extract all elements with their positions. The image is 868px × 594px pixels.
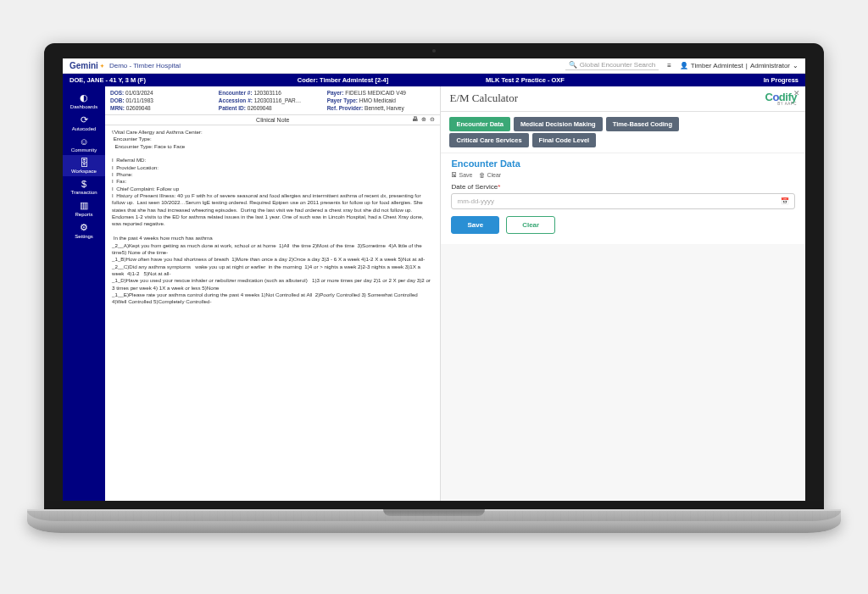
search-icon: 🔍 <box>569 61 577 69</box>
topbar: Gemini ✦ Demo - Timber Hospital 🔍 Global… <box>63 58 805 74</box>
logo: Gemini ✦ <box>70 61 104 70</box>
encounter-metadata: DOS: 01/03/2024Encounter #: 120303116Pay… <box>105 86 440 114</box>
meta-pair: DOS: 01/03/2024 <box>110 89 219 97</box>
coder-info: Coder: Timber Admintest [2-4] <box>252 76 434 84</box>
zoom-out-icon[interactable]: ⊖ <box>430 116 435 123</box>
tab-encounter-data[interactable]: Encounter Data <box>449 117 509 131</box>
logo-text: Gemini <box>70 61 98 70</box>
sidebar-item-reports[interactable]: ▥Reports <box>63 197 105 219</box>
date-of-service-input[interactable]: mm-dd-yyyy 📅 <box>451 193 795 209</box>
save-small-icon: 🖫 <box>451 172 457 178</box>
practice-info: MLK Test 2 Practice - OXF <box>434 76 616 84</box>
chevron-down-icon: ⌄ <box>793 62 798 69</box>
note-header: Clinical Note 🖶 ⊕ ⊖ <box>105 114 440 125</box>
tab-final-code[interactable]: Final Code Level <box>532 133 597 147</box>
meta-pair: MRN: 02609048 <box>110 104 219 112</box>
workspace-icon: 🗄 <box>63 158 105 168</box>
zoom-in-icon[interactable]: ⊕ <box>421 116 426 123</box>
calc-form: Encounter Data 🖫Save 🗑Clear Date of Serv… <box>441 153 805 244</box>
filter-icon[interactable]: ≡ <box>667 62 671 69</box>
user-name: Timber Admintest <box>691 62 743 69</box>
sidebar-item-transaction[interactable]: $Transaction <box>63 176 105 197</box>
print-icon[interactable]: 🖶 <box>412 116 418 123</box>
tab-time-based[interactable]: Time-Based Coding <box>606 117 679 131</box>
clear-button[interactable]: Clear <box>506 216 555 234</box>
mini-clear[interactable]: 🗑Clear <box>479 172 501 178</box>
meta-pair: Accession #: 120303116_PAR… <box>219 97 327 104</box>
patient-bar: DOE, JANE - 41 Y, 3 M (F) Coder: Timber … <box>63 74 805 86</box>
sidebar: ◐Dashboards ⟳Autocoded ☺Community 🗄Works… <box>63 86 105 501</box>
mini-save[interactable]: 🖫Save <box>451 172 472 178</box>
sidebar-item-autocoded[interactable]: ⟳Autocoded <box>63 112 105 134</box>
meta-pair: Encounter #: 120303116 <box>219 89 327 97</box>
sidebar-item-workspace[interactable]: 🗄Workspace <box>63 155 105 176</box>
user-menu[interactable]: 👤 Timber Admintest | Administrator ⌄ <box>680 62 798 69</box>
date-placeholder: mm-dd-yyyy <box>457 197 494 205</box>
sidebar-item-settings[interactable]: ⚙Settings <box>63 219 105 241</box>
community-icon: ☺ <box>63 136 105 147</box>
codify-logo: Codify BY AAPC <box>765 92 797 107</box>
global-search[interactable]: 🔍 Global Encounter Search <box>565 61 659 70</box>
user-icon: 👤 <box>680 62 688 69</box>
patient-name: DOE, JANE - 41 Y, 3 M (F) <box>70 76 252 84</box>
sidebar-item-community[interactable]: ☺Community <box>63 134 105 155</box>
meta-pair: Payer: FIDELIS MEDICAID V49 <box>327 89 436 97</box>
encounter-status: In Progress <box>616 76 798 84</box>
section-title: Encounter Data <box>451 158 795 169</box>
calc-tabs-row2: Critical Care Services Final Code Level <box>441 133 805 153</box>
save-button[interactable]: Save <box>451 216 499 234</box>
app-screen: Gemini ✦ Demo - Timber Hospital 🔍 Global… <box>63 58 805 501</box>
camera-dot <box>432 49 436 53</box>
calendar-icon[interactable]: 📅 <box>781 197 789 205</box>
refresh-icon: ⟳ <box>63 114 105 125</box>
tab-critical-care[interactable]: Critical Care Services <box>449 133 528 147</box>
tab-mdm[interactable]: Medical Decision Making <box>514 117 603 131</box>
clinical-note-panel: DOS: 01/03/2024Encounter #: 120303116Pay… <box>105 86 441 501</box>
pie-icon: ◐ <box>63 92 105 103</box>
calculator-title: E/M Calculator <box>449 92 518 105</box>
clinical-note-body[interactable]: \'Vital Care Allergy and Asthma Center: … <box>105 125 440 501</box>
meta-pair: Patient ID: 02609048 <box>219 104 327 112</box>
bar-icon: ▥ <box>63 200 105 211</box>
note-title: Clinical Note <box>256 117 289 123</box>
sidebar-item-dashboards[interactable]: ◐Dashboards <box>63 90 105 112</box>
calc-tabs-row1: Encounter Data Medical Decision Making T… <box>441 112 805 133</box>
em-calculator-panel: ✕ E/M Calculator Codify BY AAPC Encounte… <box>441 86 805 501</box>
meta-pair: DOB: 01/11/1983 <box>110 97 219 104</box>
trash-icon: 🗑 <box>479 172 485 178</box>
close-icon[interactable]: ✕ <box>793 89 800 97</box>
user-role: Administrator <box>750 62 790 69</box>
date-of-service-label: Date of Service* <box>451 183 795 191</box>
logo-star-icon: ✦ <box>100 63 104 69</box>
meta-pair: Ref. Provider: Bennett, Harvey <box>327 104 436 112</box>
dollar-icon: $ <box>63 179 105 189</box>
laptop-base <box>27 509 841 533</box>
gear-icon: ⚙ <box>63 222 105 233</box>
search-placeholder: Global Encounter Search <box>580 61 655 69</box>
practice-name: Demo - Timber Hospital <box>109 62 181 69</box>
meta-pair: Payer Type: HMO Medicaid <box>327 97 436 104</box>
